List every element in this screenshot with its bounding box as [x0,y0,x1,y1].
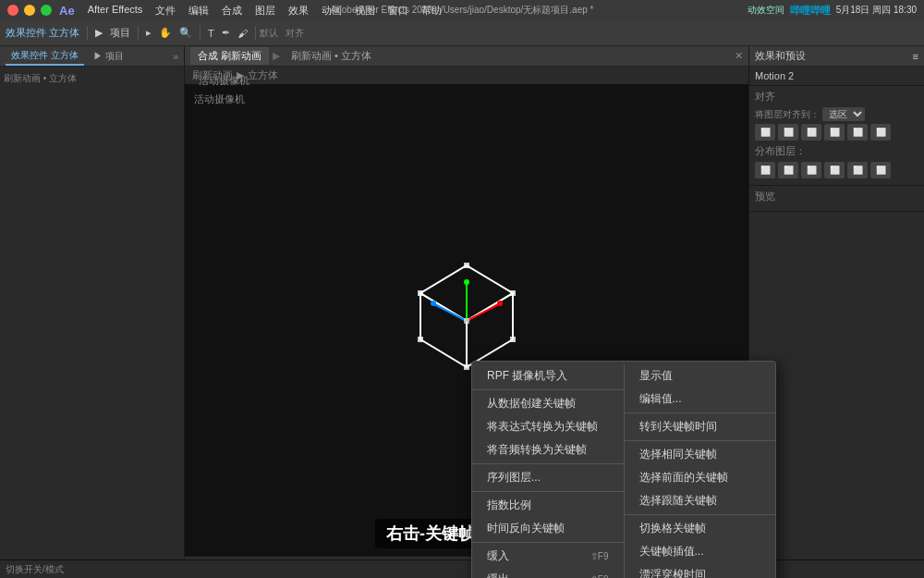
motion2-section: Motion 2 [749,67,924,86]
svg-rect-12 [464,364,469,370]
effects-presets-title: 效果和预设 [755,49,806,63]
ctx-item-audio-to-kf[interactable]: 将音频转换为关键帧 [472,438,624,461]
svg-point-6 [464,279,469,285]
svg-rect-9 [464,263,469,268]
ctx-item-seq-layers[interactable]: 序列图层... [472,466,624,489]
left-panel: 效果控件 立方体 ▶ 项目 » 刷新动画 • 立方体 [0,46,185,578]
align-buttons-row: ⬜ ⬜ ⬜ ⬜ ⬜ ⬜ [755,124,918,141]
ctx-item-select-same-kf[interactable]: 选择相同关键帧 [625,443,776,466]
align-to-select[interactable]: 选区 [822,107,865,121]
system-time: 5月18日 周四 18:30 [836,4,917,17]
tool-hand[interactable]: ✋ [155,25,176,41]
context-menu[interactable]: RPF 摄像机导入 从数据创建关键帧 将表达式转换为关键帧 将音频转换为关键帧 … [471,361,776,578]
svg-rect-14 [418,337,423,342]
menu-item-layer[interactable]: 图层 [249,3,281,18]
align-label: 对齐 [286,27,304,40]
preview-title: 预览 [755,190,918,203]
align-bottom-button[interactable]: ⬜ [870,124,891,141]
default-label: 默认 [260,27,278,40]
toolbar-item-effects-ctrl[interactable]: 效果控件 立方体 [6,26,79,40]
align-center-v-button[interactable]: ⬜ [847,124,868,141]
comp-tab-refresh-anim[interactable]: 合成 刷新动画 [190,47,269,65]
dist-right-button[interactable]: ⬜ [801,162,821,178]
menu-item-app[interactable]: After Effects [82,3,149,18]
ctx-item-rove-time[interactable]: 漂浮穿梭时间 [625,563,776,578]
ctx-item-rpf[interactable]: RPF 摄像机导入 [472,364,624,387]
tool-brush[interactable]: 🖌 [234,26,251,41]
dist-v-button[interactable]: ⬜ [847,162,868,178]
composition-tabs: 合成 刷新动画 ▶ 刷新动画 • 立方体 ✕ [185,46,748,67]
align-top-button[interactable]: ⬜ [824,124,845,141]
align-right-button[interactable]: ⬜ [801,124,821,141]
right-panel-header: 效果和预设 ≡ [749,46,924,67]
comp-tab-cube[interactable]: 刷新动画 • 立方体 [284,47,379,65]
align-to-label: 将图层对齐到： [755,108,820,121]
align-left-button[interactable]: ⬜ [755,124,775,141]
distribute-buttons-row: ⬜ ⬜ ⬜ ⬜ ⬜ ⬜ [755,162,918,178]
panel-tab-effects[interactable]: 效果控件 立方体 [6,47,84,66]
svg-point-8 [431,301,436,306]
tool-select[interactable]: ▸ [142,25,155,41]
menu-item-edit[interactable]: 编辑 [183,3,214,18]
panel-sub-label: 刷新动画 • 立方体 [4,70,180,87]
svg-rect-13 [510,337,516,342]
dist-top-button[interactable]: ⬜ [824,162,845,178]
main-toolbar: 效果控件 立方体 ▶ 项目 ▸ ✋ 🔍 T ✒ 🖌 默认 对齐 [0,20,924,46]
viewport-camera-label: 活动摄像机 [194,92,245,106]
toolbar-playback[interactable]: ▶ [95,27,103,39]
tool-zoom[interactable]: 🔍 [176,25,196,41]
breadcrumb-cube[interactable]: 立方体 [248,68,278,82]
ctx-right-sep-1 [625,412,776,413]
panel-expand-icon[interactable]: » [173,51,178,62]
dist-left-button[interactable]: ⬜ [755,162,775,178]
minimize-button[interactable] [24,5,35,16]
svg-point-7 [497,301,503,306]
ctx-item-select-prev-kf[interactable]: 选择前面的关键帧 [625,466,776,489]
menu-item-file[interactable]: 文件 [150,3,181,18]
menu-item-compose[interactable]: 合成 [216,3,248,18]
ctx-sep-2 [472,463,624,464]
svg-marker-2 [467,293,513,367]
ctx-item-time-reverse[interactable]: 时间反向关键帧 [472,517,624,540]
dist-h-button[interactable]: ⬜ [778,162,798,178]
window-controls[interactable] [7,5,52,16]
close-comp-icon[interactable]: ✕ [735,50,743,62]
svg-rect-10 [510,290,516,296]
ctx-item-toggle-hold-kf[interactable]: 切换格关键帧 [625,517,776,540]
ctx-item-from-data[interactable]: 从数据创建关键帧 [472,392,624,415]
menu-item-effects[interactable]: 效果 [283,3,314,18]
ctx-item-goto-kf-time[interactable]: 转到关键帧时间 [625,415,776,438]
comp-tab-arrow: ▶ [273,50,280,62]
ctx-item-edit-val[interactable]: 编辑值... [625,387,776,411]
align-to-row: 将图层对齐到： 选区 [755,107,918,121]
ctx-item-kf-interpolation[interactable]: 关键帧插值... [625,540,776,563]
bilibili-badge: 哔哩哔哩 [790,4,831,18]
toolbar-separator-3 [200,26,201,41]
ctx-item-exp-scale[interactable]: 指数比例 [472,494,624,517]
align-center-h-button[interactable]: ⬜ [778,124,798,141]
ctx-item-ease-in[interactable]: 缓入 ⇧F9 [472,545,624,568]
ctx-item-select-follow-kf[interactable]: 选择跟随关键帧 [625,489,776,512]
ease-in-shortcut: ⇧F9 [590,551,609,561]
svg-line-5 [434,304,467,321]
ctx-item-ease-out[interactable]: 缓出 ⇧F9 [472,568,624,578]
tool-pen[interactable]: ✒ [218,25,234,41]
dist-bottom-button[interactable]: ⬜ [870,162,891,178]
tool-text[interactable]: T [204,26,218,41]
distribute-title: 分布图层： [755,144,918,158]
ctx-item-expr-to-kf[interactable]: 将表达式转换为关键帧 [472,415,624,438]
close-button[interactable] [7,5,18,16]
toolbar-separator-2 [138,26,139,41]
maximize-button[interactable] [41,5,52,16]
motion2-label: Motion 2 [755,70,918,81]
ctx-sep-1 [472,389,624,390]
panel-menu-icon[interactable]: ≡ [913,51,918,62]
svg-line-4 [467,304,499,321]
align-section: 对齐 将图层对齐到： 选区 ⬜ ⬜ ⬜ ⬜ ⬜ ⬜ 分布图层： ⬜ ⬜ ⬜ ⬜ [749,86,924,186]
left-panel-header: 效果控件 立方体 ▶ 项目 » [0,46,184,67]
ease-out-shortcut: ⇧F9 [590,574,609,578]
toolbar-project[interactable]: 项目 [110,26,130,40]
panel-tab-project[interactable]: ▶ 项目 [88,48,129,65]
align-title: 对齐 [755,90,918,104]
ctx-item-show-val[interactable]: 显示值 [625,364,776,387]
